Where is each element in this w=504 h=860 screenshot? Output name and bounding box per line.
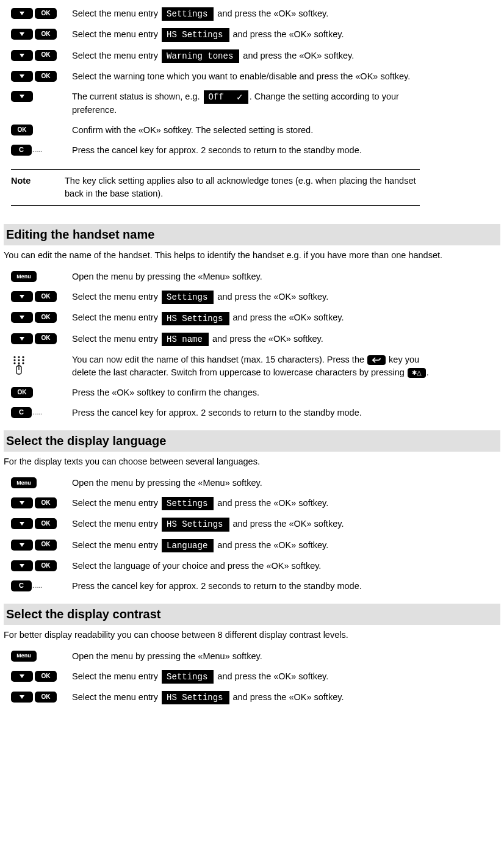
- svg-marker-20: [20, 543, 24, 547]
- svg-point-15: [18, 362, 20, 364]
- down-arrow-key-icon: [11, 540, 33, 551]
- down-arrow-key-icon: [11, 8, 33, 19]
- down-arrow-key-icon: [11, 497, 33, 508]
- ok-key-icon: OK: [35, 291, 57, 302]
- ok-key-icon: OK: [35, 29, 57, 40]
- step-row: OK Select the language of your choice an…: [4, 560, 500, 573]
- down-arrow-key-icon: [11, 91, 33, 102]
- ok-key-icon: OK: [35, 692, 57, 703]
- check-icon: ✓: [236, 92, 243, 103]
- keypad-icon: [11, 355, 29, 376]
- ok-key-icon: OK: [35, 540, 57, 551]
- svg-marker-4: [20, 95, 24, 98]
- step-row: OK Select the menu entry Language and pr…: [4, 539, 500, 552]
- down-arrow-key-icon: [11, 291, 33, 302]
- step-row: C..... Press the cancel key for approx. …: [4, 580, 500, 593]
- step-text: Select the menu entry HS Settings and pr…: [72, 691, 438, 704]
- step-row: OK Select the menu entry HS Settings and…: [4, 518, 500, 531]
- step-row: Menu Open the menu by pressing the «Menu…: [4, 650, 500, 663]
- step-row: OK Select the menu entry Settings and pr…: [4, 7, 500, 21]
- cancel-key-icon: C: [11, 145, 32, 156]
- step-text: Press the cancel key for approx. 2 secon…: [72, 407, 438, 419]
- hold-dots-icon: .....: [32, 408, 42, 417]
- ok-key-icon: OK: [35, 71, 57, 82]
- text-fragment: and press the «OK» softkey.: [231, 29, 344, 39]
- svg-point-12: [18, 359, 20, 361]
- step-text: Select the menu entry Language and press…: [72, 539, 438, 552]
- menu-chip-hs-settings: HS Settings: [162, 691, 229, 704]
- down-arrow-key-icon: [11, 671, 33, 682]
- menu-chip-warning-tones: Warning tones: [162, 49, 239, 63]
- ok-key-icon: OK: [35, 518, 57, 529]
- ok-key-icon: OK: [35, 560, 57, 571]
- note-block: Note The key click setting applies also …: [11, 169, 420, 206]
- ok-key-icon: OK: [11, 125, 33, 136]
- ok-key-icon: OK: [35, 497, 57, 508]
- text-fragment: and press the «OK» softkey.: [215, 671, 328, 681]
- step-text: Open the menu by pressing the «Menu» sof…: [72, 270, 438, 283]
- svg-point-13: [22, 359, 24, 361]
- svg-point-14: [13, 362, 15, 364]
- down-arrow-key-icon: [11, 312, 33, 323]
- svg-marker-19: [20, 522, 24, 526]
- svg-point-10: [22, 356, 24, 358]
- text-fragment: Select the menu entry: [72, 692, 160, 702]
- svg-point-8: [13, 356, 15, 358]
- step-text: Open the menu by pressing the «Menu» sof…: [72, 477, 438, 490]
- step-row: OK Select the menu entry Warning tones a…: [4, 49, 500, 63]
- section-intro: For the display texts you can choose bet…: [4, 455, 500, 468]
- menu-key-icon: Menu: [11, 271, 37, 282]
- ok-key-icon: OK: [35, 333, 57, 344]
- svg-marker-0: [20, 12, 24, 15]
- ok-key-icon: OK: [35, 50, 57, 61]
- text-fragment: Select the menu entry: [72, 313, 160, 322]
- step-row: Menu Open the menu by pressing the «Menu…: [4, 270, 500, 283]
- down-arrow-key-icon: [11, 71, 33, 82]
- ok-key-icon: OK: [11, 387, 33, 398]
- text-fragment: and press the «OK» softkey.: [215, 9, 328, 18]
- step-row: OK Select the menu entry Settings and pr…: [4, 497, 500, 510]
- step-row: OK Select the menu entry Settings and pr…: [4, 291, 500, 304]
- hold-dots-icon: .....: [32, 582, 42, 591]
- step-text: Press the cancel key for approx. 2 secon…: [72, 580, 438, 593]
- svg-marker-2: [20, 54, 24, 57]
- hold-dots-icon: .....: [32, 146, 42, 155]
- step-row: Menu Open the menu by pressing the «Menu…: [4, 477, 500, 490]
- down-arrow-key-icon: [11, 560, 33, 571]
- menu-key-icon: Menu: [11, 477, 37, 488]
- step-text: Select the menu entry Warning tones and …: [72, 49, 438, 63]
- menu-key-icon: Menu: [11, 651, 37, 662]
- section-intro: You can edit the name of the handset. Th…: [4, 249, 500, 262]
- menu-chip-hs-settings: HS Settings: [162, 28, 229, 42]
- step-text: Select the language of your choice and p…: [72, 560, 438, 573]
- down-arrow-key-icon: [11, 333, 33, 344]
- text-fragment: Select the menu entry: [72, 334, 160, 344]
- ok-key-icon: OK: [35, 8, 57, 19]
- step-text: Select the menu entry HS Settings and pr…: [72, 28, 438, 42]
- svg-marker-21: [20, 564, 24, 568]
- svg-marker-22: [20, 674, 24, 678]
- svg-marker-6: [20, 316, 24, 319]
- ok-key-icon: OK: [35, 671, 57, 682]
- menu-chip-settings: Settings: [162, 7, 214, 21]
- menu-chip-hs-settings: HS Settings: [162, 312, 229, 325]
- step-text: Confirm with the «OK» softkey. The selec…: [72, 124, 438, 137]
- svg-marker-18: [20, 501, 24, 505]
- step-row: OK Select the menu entry HS name and pre…: [4, 333, 500, 346]
- svg-marker-3: [20, 74, 24, 78]
- step-text: Select the menu entry Settings and press…: [72, 497, 438, 510]
- text-fragment: .: [427, 367, 429, 377]
- text-fragment: Select the menu entry: [72, 29, 160, 39]
- star-key-icon: ✱△: [408, 368, 426, 378]
- note-text: The key click setting applies also to al…: [65, 175, 420, 200]
- section-intro: For better display readability you can c…: [4, 629, 500, 641]
- text-fragment: Select the menu entry: [72, 540, 160, 550]
- cancel-key-icon: C: [11, 580, 32, 591]
- menu-chip-settings: Settings: [162, 497, 214, 510]
- text-fragment: and press the «OK» softkey.: [231, 313, 344, 322]
- step-text: Open the menu by pressing the «Menu» sof…: [72, 650, 438, 663]
- step-row: OK Press the «OK» softkey to confirm the…: [4, 386, 500, 399]
- step-row: The current status is shown, e.g. Off✓. …: [4, 90, 500, 117]
- svg-marker-1: [20, 32, 24, 36]
- step-text: The current status is shown, e.g. Off✓. …: [72, 90, 438, 117]
